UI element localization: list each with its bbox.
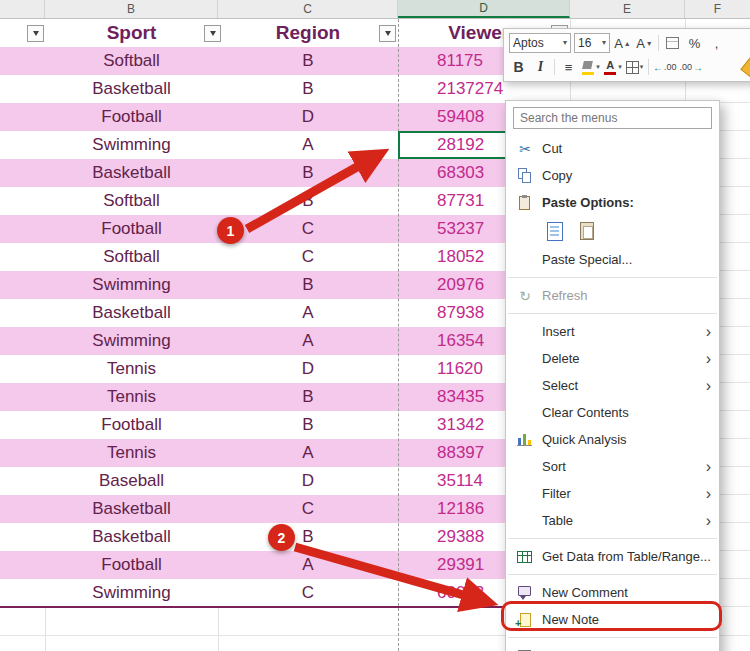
paste-keep-formatting-button[interactable] xyxy=(543,219,567,243)
viewers-cell[interactable]: 29388 xyxy=(437,523,484,551)
region-cell[interactable]: D xyxy=(218,467,398,495)
viewers-cell[interactable]: 2137274 xyxy=(437,75,503,103)
menu-item-get-data-from-table-range[interactable]: Get Data from Table/Range... xyxy=(506,543,719,570)
sport-cell[interactable]: Football xyxy=(45,215,218,243)
italic-button[interactable]: I xyxy=(531,57,550,77)
sport-cell[interactable]: Tennis xyxy=(45,439,218,467)
column-header-d-selected[interactable]: D xyxy=(398,0,570,18)
filter-dropdown-button[interactable] xyxy=(204,25,221,42)
region-cell[interactable]: A xyxy=(218,551,398,579)
viewers-cell[interactable]: 16354 xyxy=(437,327,484,355)
sport-cell[interactable]: Softball xyxy=(45,187,218,215)
filter-dropdown-button[interactable] xyxy=(27,25,44,42)
sport-cell[interactable]: Swimming xyxy=(45,579,218,607)
region-cell[interactable]: B xyxy=(218,271,398,299)
sport-cell[interactable]: Basketball xyxy=(45,523,218,551)
sport-cell[interactable]: Swimming xyxy=(45,131,218,159)
viewers-cell[interactable]: 31342 xyxy=(437,411,484,439)
menu-item-insert[interactable]: Insert› xyxy=(506,318,719,345)
region-cell[interactable]: B xyxy=(218,47,398,75)
viewers-cell[interactable]: 88397 xyxy=(437,439,484,467)
sport-cell[interactable]: Swimming xyxy=(45,327,218,355)
menu-item-filter[interactable]: Filter› xyxy=(506,480,719,507)
sport-cell[interactable]: Football xyxy=(45,411,218,439)
region-cell[interactable]: C xyxy=(218,215,398,243)
font-name-select[interactable]: Aptos ▾ xyxy=(509,33,571,53)
viewers-cell[interactable]: 12186 xyxy=(437,495,484,523)
region-cell[interactable]: A xyxy=(218,131,398,159)
viewers-cell[interactable]: 87731 xyxy=(437,187,484,215)
column-header-e[interactable]: E xyxy=(570,0,685,18)
region-cell[interactable]: C xyxy=(218,579,398,607)
region-cell[interactable]: C xyxy=(218,243,398,271)
sport-cell[interactable]: Basketball xyxy=(45,75,218,103)
region-cell[interactable]: A xyxy=(218,299,398,327)
fill-color-button[interactable]: ▾ xyxy=(581,57,600,77)
sport-cell[interactable]: Tennis xyxy=(45,383,218,411)
viewers-cell[interactable]: 35114 xyxy=(437,467,483,495)
viewers-cell[interactable]: 53237 xyxy=(437,215,484,243)
sport-cell[interactable]: Tennis xyxy=(45,355,218,383)
region-cell[interactable]: A xyxy=(218,439,398,467)
viewers-cell[interactable]: 20976 xyxy=(437,271,484,299)
region-cell[interactable]: D xyxy=(218,103,398,131)
region-cell[interactable]: B xyxy=(218,187,398,215)
borders-button[interactable]: ▾ xyxy=(625,57,644,77)
viewers-cell[interactable]: 29391 xyxy=(437,551,484,579)
search-input[interactable] xyxy=(514,111,711,125)
region-cell[interactable]: D xyxy=(218,355,398,383)
font-size-select[interactable]: 16 ▾ xyxy=(574,33,610,53)
region-cell[interactable]: B xyxy=(218,523,398,551)
region-cell[interactable]: B xyxy=(218,75,398,103)
region-cell[interactable]: C xyxy=(218,495,398,523)
viewers-cell[interactable]: 60073 xyxy=(437,579,484,607)
menu-item-copy[interactable]: Copy xyxy=(506,162,719,189)
comma-style-button[interactable]: , xyxy=(707,33,726,53)
percent-style-button[interactable]: % xyxy=(685,33,704,53)
menu-item-cut[interactable]: ✂Cut xyxy=(506,135,719,162)
menu-item-paste-special[interactable]: Paste Special... xyxy=(506,246,719,273)
filter-dropdown-button[interactable] xyxy=(379,25,396,42)
viewers-cell[interactable]: 59408 xyxy=(437,103,484,131)
menu-item-table[interactable]: Table› xyxy=(506,507,719,534)
sport-cell[interactable]: Baseball xyxy=(45,467,218,495)
sport-cell[interactable]: Basketball xyxy=(45,159,218,187)
region-cell[interactable]: B xyxy=(218,159,398,187)
menu-item-paste-options[interactable]: Paste Options: xyxy=(506,189,719,216)
viewers-cell[interactable]: 18052 xyxy=(437,243,484,271)
region-cell[interactable]: A xyxy=(218,327,398,355)
format-table-button[interactable] xyxy=(663,33,682,53)
region-cell[interactable]: B xyxy=(218,383,398,411)
alignment-button[interactable]: ≡ xyxy=(559,57,578,77)
menu-item-delete[interactable]: Delete› xyxy=(506,345,719,372)
viewers-cell[interactable]: 81175 xyxy=(437,47,483,75)
viewers-cell[interactable]: 68303 xyxy=(437,159,484,187)
sport-cell[interactable]: Softball xyxy=(45,47,218,75)
sport-cell[interactable]: Basketball xyxy=(45,299,218,327)
viewers-cell[interactable]: 11620 xyxy=(437,355,483,383)
column-header-a[interactable] xyxy=(0,0,45,18)
increase-decimal-button[interactable]: .00→ xyxy=(680,57,704,77)
increase-font-size-button[interactable]: A▲ xyxy=(613,33,632,53)
format-painter-icon[interactable] xyxy=(740,56,750,79)
paste-values-button[interactable] xyxy=(575,219,599,243)
sport-cell[interactable]: Softball xyxy=(45,243,218,271)
font-color-button[interactable]: A▾ xyxy=(603,57,622,77)
column-header-b[interactable]: B xyxy=(45,0,218,18)
menu-item-quick-analysis[interactable]: Quick Analysis xyxy=(506,426,719,453)
menu-item-sort[interactable]: Sort› xyxy=(506,453,719,480)
sport-cell[interactable]: Football xyxy=(45,551,218,579)
sport-cell[interactable]: Swimming xyxy=(45,271,218,299)
bold-button[interactable]: B xyxy=(509,57,528,77)
sport-cell[interactable]: Basketball xyxy=(45,495,218,523)
menu-item-select[interactable]: Select› xyxy=(506,372,719,399)
viewers-cell[interactable]: 83435 xyxy=(437,383,484,411)
viewers-cell[interactable]: 87938 xyxy=(437,299,484,327)
decrease-decimal-button[interactable]: ←.00 xyxy=(653,57,677,77)
column-header-f[interactable]: F xyxy=(685,0,750,18)
region-cell[interactable]: B xyxy=(218,411,398,439)
menu-item-format-cells[interactable]: Format Cells... xyxy=(506,642,719,651)
column-header-c[interactable]: C xyxy=(218,0,398,18)
decrease-font-size-button[interactable]: A▼ xyxy=(635,33,654,53)
sport-cell[interactable]: Football xyxy=(45,103,218,131)
